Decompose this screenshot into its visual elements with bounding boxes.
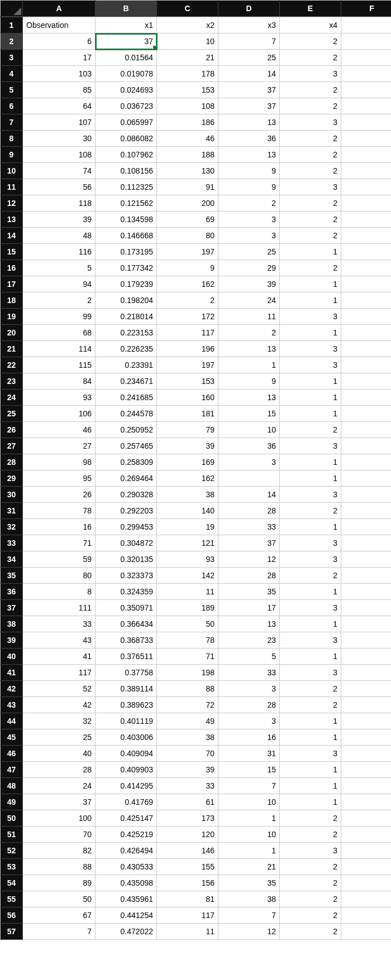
cell-A13[interactable]: 39 bbox=[23, 212, 96, 228]
cell-D8[interactable]: 36 bbox=[218, 131, 280, 147]
cell-E2[interactable]: 2 bbox=[280, 33, 341, 50]
cell-D42[interactable]: 3 bbox=[218, 681, 280, 697]
cell-E21[interactable]: 3 bbox=[280, 341, 341, 357]
cell-B34[interactable]: 0.320135 bbox=[96, 551, 157, 568]
cell-A27[interactable]: 27 bbox=[23, 438, 96, 454]
row-header[interactable]: 56 bbox=[1, 907, 23, 924]
cell-E20[interactable]: 1 bbox=[280, 325, 341, 341]
cell-D37[interactable]: 17 bbox=[218, 600, 280, 616]
row-header[interactable]: 13 bbox=[1, 212, 23, 228]
cell-B12[interactable]: 0.121562 bbox=[96, 195, 157, 212]
cell-D25[interactable]: 15 bbox=[218, 406, 280, 422]
row-header[interactable]: 51 bbox=[1, 827, 23, 843]
cell-E19[interactable]: 3 bbox=[280, 309, 341, 325]
cell-B32[interactable]: 0.299453 bbox=[96, 519, 157, 535]
cell-E28[interactable]: 1 bbox=[280, 454, 341, 470]
cell-D47[interactable]: 15 bbox=[218, 762, 280, 778]
cell-D27[interactable]: 36 bbox=[218, 438, 280, 454]
cell-E11[interactable]: 3 bbox=[280, 179, 341, 195]
cell-F19[interactable] bbox=[341, 309, 392, 325]
cell-B35[interactable]: 0.323373 bbox=[96, 568, 157, 584]
cell-B49[interactable]: 0.41769 bbox=[96, 794, 157, 810]
cell-C34[interactable]: 93 bbox=[157, 551, 218, 568]
cell-D55[interactable]: 38 bbox=[218, 891, 280, 907]
row-header[interactable]: 25 bbox=[1, 406, 23, 422]
col-header-C[interactable]: C bbox=[157, 1, 218, 17]
cell-C43[interactable]: 72 bbox=[157, 697, 218, 713]
cell-B47[interactable]: 0.409903 bbox=[96, 762, 157, 778]
cell-F20[interactable] bbox=[341, 325, 392, 341]
cell-E8[interactable]: 2 bbox=[280, 131, 341, 147]
cell-A21[interactable]: 114 bbox=[23, 341, 96, 357]
cell-D22[interactable]: 1 bbox=[218, 357, 280, 373]
cell-C14[interactable]: 80 bbox=[157, 228, 218, 244]
cell-D6[interactable]: 37 bbox=[218, 98, 280, 114]
cell-F36[interactable] bbox=[341, 584, 392, 600]
cell-B10[interactable]: 0.108156 bbox=[96, 163, 157, 179]
cell-A17[interactable]: 94 bbox=[23, 276, 96, 292]
row-header[interactable]: 54 bbox=[1, 875, 23, 891]
cell-D44[interactable]: 3 bbox=[218, 713, 280, 729]
cell-C5[interactable]: 153 bbox=[157, 82, 218, 98]
cell-C39[interactable]: 78 bbox=[157, 632, 218, 648]
cell-D28[interactable]: 3 bbox=[218, 454, 280, 470]
cell-B41[interactable]: 0.37758 bbox=[96, 665, 157, 681]
cell-F18[interactable] bbox=[341, 292, 392, 309]
row-header[interactable]: 2 bbox=[1, 33, 23, 50]
cell-E49[interactable]: 1 bbox=[280, 794, 341, 810]
cell-A14[interactable]: 48 bbox=[23, 228, 96, 244]
cell-C7[interactable]: 186 bbox=[157, 114, 218, 131]
cell-F23[interactable] bbox=[341, 373, 392, 390]
cell-C17[interactable]: 162 bbox=[157, 276, 218, 292]
cell-E17[interactable]: 1 bbox=[280, 276, 341, 292]
cell-A38[interactable]: 33 bbox=[23, 616, 96, 632]
cell-D14[interactable]: 3 bbox=[218, 228, 280, 244]
cell-F46[interactable] bbox=[341, 746, 392, 762]
cell-E15[interactable]: 1 bbox=[280, 244, 341, 260]
cell-C22[interactable]: 197 bbox=[157, 357, 218, 373]
cell-F28[interactable] bbox=[341, 454, 392, 470]
cell-B53[interactable]: 0.430533 bbox=[96, 859, 157, 875]
cell-A35[interactable]: 80 bbox=[23, 568, 96, 584]
cell-E35[interactable]: 2 bbox=[280, 568, 341, 584]
cell-A10[interactable]: 74 bbox=[23, 163, 96, 179]
cell-D23[interactable]: 9 bbox=[218, 373, 280, 390]
cell-E25[interactable]: 1 bbox=[280, 406, 341, 422]
cell-A24[interactable]: 93 bbox=[23, 390, 96, 406]
row-header[interactable]: 21 bbox=[1, 341, 23, 357]
cell-B56[interactable]: 0.441254 bbox=[96, 907, 157, 924]
cell-E12[interactable]: 2 bbox=[280, 195, 341, 212]
cell-F6[interactable] bbox=[341, 98, 392, 114]
row-header[interactable]: 35 bbox=[1, 568, 23, 584]
row-header[interactable]: 52 bbox=[1, 843, 23, 859]
cell-D56[interactable]: 7 bbox=[218, 907, 280, 924]
cell-B24[interactable]: 0.241685 bbox=[96, 390, 157, 406]
cell-E4[interactable]: 3 bbox=[280, 66, 341, 82]
row-header[interactable]: 28 bbox=[1, 454, 23, 470]
cell-D43[interactable]: 28 bbox=[218, 697, 280, 713]
cell-A31[interactable]: 78 bbox=[23, 503, 96, 519]
row-header[interactable]: 10 bbox=[1, 163, 23, 179]
cell-B27[interactable]: 0.257465 bbox=[96, 438, 157, 454]
cell-F29[interactable] bbox=[341, 470, 392, 487]
cell-A6[interactable]: 64 bbox=[23, 98, 96, 114]
cell-B54[interactable]: 0.435098 bbox=[96, 875, 157, 891]
row-header[interactable]: 19 bbox=[1, 309, 23, 325]
cell-F50[interactable] bbox=[341, 810, 392, 827]
cell-A3[interactable]: 17 bbox=[23, 50, 96, 66]
cell-C33[interactable]: 121 bbox=[157, 535, 218, 551]
cell-D1[interactable]: x3 bbox=[218, 17, 280, 33]
cell-F1[interactable] bbox=[341, 17, 392, 33]
cell-C2[interactable]: 10 bbox=[157, 33, 218, 50]
cell-B40[interactable]: 0.376511 bbox=[96, 648, 157, 665]
cell-C44[interactable]: 49 bbox=[157, 713, 218, 729]
cell-C56[interactable]: 117 bbox=[157, 907, 218, 924]
cell-F10[interactable] bbox=[341, 163, 392, 179]
cell-D18[interactable]: 24 bbox=[218, 292, 280, 309]
cell-C20[interactable]: 117 bbox=[157, 325, 218, 341]
cell-F41[interactable] bbox=[341, 665, 392, 681]
cell-A20[interactable]: 68 bbox=[23, 325, 96, 341]
cell-A26[interactable]: 46 bbox=[23, 422, 96, 438]
cell-C29[interactable]: 162 bbox=[157, 470, 218, 487]
cell-D57[interactable]: 12 bbox=[218, 924, 280, 940]
